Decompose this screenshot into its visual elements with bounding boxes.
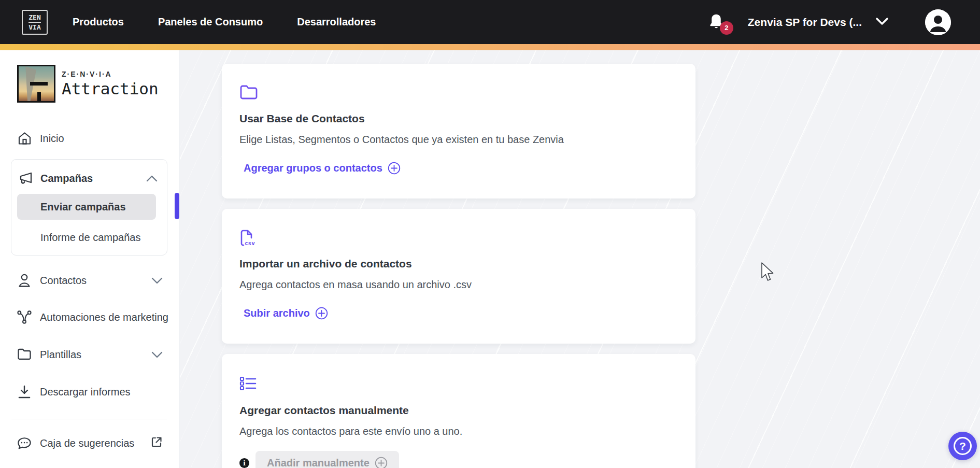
home-icon — [17, 132, 32, 145]
anadir-manualmente-button[interactable]: Añadir manualmente — [255, 451, 399, 468]
card-title: Importar un archivo de contactos — [239, 258, 677, 270]
active-page-indicator — [175, 193, 179, 219]
sidebar-item-automaciones[interactable]: Automaciones de marketing — [0, 306, 179, 329]
card-title: Usar Base de Contactos — [239, 112, 677, 125]
plus-circle-icon — [315, 307, 328, 320]
agregar-grupos-o-contactos-button[interactable]: Agregar grupos o contactos — [244, 162, 401, 175]
subir-archivo-button[interactable]: Subir archivo — [244, 307, 328, 320]
card-usar-base-de-contactos: Usar Base de Contactos Elige Listas, Seg… — [222, 64, 695, 198]
attraction-logo-image — [17, 65, 55, 103]
question-mark-icon: ? — [948, 432, 977, 460]
csv-file-icon: csv — [239, 230, 677, 246]
sidebar-item-plantillas[interactable]: Plantillas — [0, 343, 179, 366]
sidebar-item-label: Campañas — [40, 173, 93, 185]
sidebar-item-descargar-informes[interactable]: Descargar informes — [0, 380, 179, 403]
card-agregar-manualmente: Agregar contactos manualmente Agrega los… — [222, 354, 695, 468]
automation-branch-icon — [17, 310, 32, 324]
sidebar-item-caja-de-sugerencias[interactable]: Caja de sugerencias — [0, 432, 179, 455]
nav-item-paneles-de-consumo[interactable]: Paneles de Consumo — [158, 16, 263, 28]
sidebar-item-contactos[interactable]: Contactos — [0, 269, 179, 292]
top-navbar: ZEN VIA Productos Paneles de Consumo Des… — [0, 0, 980, 44]
nav-item-productos[interactable]: Productos — [73, 16, 124, 28]
sidebar-item-enviar-campanas[interactable]: Enviar campañas — [17, 194, 156, 220]
sidebar-item-label: Automaciones de marketing — [40, 311, 168, 323]
svg-text:?: ? — [959, 440, 966, 452]
sidebar-item-label: Inicio — [40, 133, 64, 145]
sidebar: Z·E·N·V·I·A Attraction Inicio Campañas E… — [0, 50, 179, 468]
account-label: Zenvia SP for Devs (... — [748, 16, 862, 29]
person-icon — [17, 273, 32, 288]
nav-menu: Productos Paneles de Consumo Desarrollad… — [73, 16, 376, 28]
help-button[interactable]: ? — [948, 432, 977, 460]
notifications-button[interactable]: 2 — [708, 13, 726, 32]
zenvia-logo-line2: VIA — [29, 23, 40, 32]
sidebar-divider — [11, 419, 167, 419]
svg-text:csv: csv — [245, 240, 255, 247]
brand-gradient-bar — [0, 44, 980, 50]
sidebar-item-label: Descargar informes — [40, 386, 131, 398]
zenvia-logo[interactable]: ZEN VIA — [22, 10, 48, 35]
sidebar-item-campanas[interactable]: Campañas — [11, 167, 167, 190]
brand-zenvia-label: Z·E·N·V·I·A — [62, 70, 159, 78]
avatar[interactable] — [925, 9, 951, 35]
plus-circle-icon — [388, 162, 401, 175]
user-icon — [925, 9, 951, 35]
action-label: Agregar grupos o contactos — [244, 162, 382, 174]
chat-bubble-icon — [17, 436, 32, 450]
bullet-list-icon — [239, 376, 677, 393]
notification-badge: 2 — [720, 21, 733, 35]
chevron-down-icon — [151, 349, 163, 361]
chevron-down-icon — [151, 275, 163, 287]
card-description: Agrega los contactos para este envío uno… — [239, 426, 677, 437]
download-icon — [17, 385, 32, 399]
attraction-brand: Z·E·N·V·I·A Attraction — [17, 65, 159, 103]
navbar-right: 2 Zenvia SP for Devs (... — [708, 9, 980, 35]
nav-item-desarrolladores[interactable]: Desarrolladores — [297, 16, 376, 28]
main-content: Usar Base de Contactos Elige Listas, Seg… — [180, 50, 980, 468]
folder-icon — [239, 84, 677, 101]
manual-add-row: i Añadir manualmente — [239, 451, 677, 468]
campaigns-group: Campañas Enviar campañas Informe de camp… — [11, 159, 167, 256]
card-description: Agrega contactos en masa usando un archi… — [239, 279, 677, 291]
action-label: Añadir manualmente — [267, 457, 370, 468]
card-description: Elige Listas, Segmentos o Contactos que … — [239, 134, 677, 146]
sidebar-item-inicio[interactable]: Inicio — [0, 127, 179, 150]
sidebar-item-label: Caja de sugerencias — [40, 437, 134, 449]
card-importar-archivo: csv Importar un archivo de contactos Agr… — [222, 209, 695, 344]
info-icon[interactable]: i — [239, 458, 249, 468]
action-label: Subir archivo — [244, 307, 310, 319]
card-title: Agregar contactos manualmente — [239, 404, 677, 417]
chevron-up-icon — [146, 173, 158, 185]
plus-circle-icon — [375, 457, 388, 468]
brand-attraction-label: Attraction — [62, 79, 159, 98]
sidebar-item-label: Contactos — [40, 275, 87, 287]
external-link-icon — [150, 436, 163, 451]
chevron-down-icon — [875, 17, 889, 27]
megaphone-icon — [18, 172, 33, 185]
sidebar-item-label: Plantillas — [40, 349, 81, 361]
account-selector[interactable]: Zenvia SP for Devs (... — [748, 16, 889, 29]
sidebar-item-informe-de-campanas[interactable]: Informe de campañas — [17, 225, 156, 250]
folder-icon — [17, 348, 32, 361]
zenvia-logo-line1: ZEN — [29, 13, 40, 23]
